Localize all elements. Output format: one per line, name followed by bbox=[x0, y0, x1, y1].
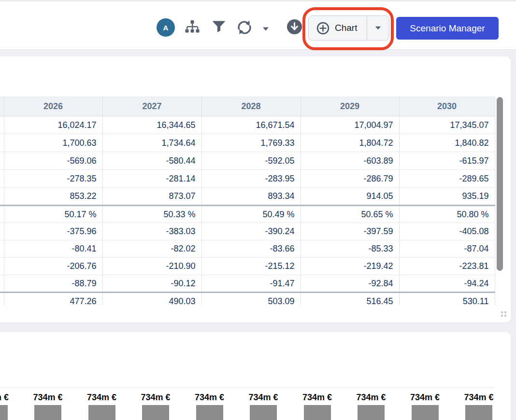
bar-group: 734m € bbox=[342, 392, 400, 420]
table-cell[interactable]: -283.95 bbox=[201, 170, 301, 188]
table-cell[interactable]: -397.59 bbox=[301, 223, 399, 240]
table-cell[interactable]: 16,344.65 bbox=[102, 116, 201, 134]
bar-group: 734m € bbox=[234, 392, 292, 420]
table-cell[interactable]: 935.19 bbox=[399, 188, 495, 206]
table-cell[interactable]: 477.26 bbox=[4, 293, 102, 306]
table-cell[interactable]: -592.05 bbox=[201, 152, 301, 170]
table-row: 477.26490.03503.09516.45530.11 bbox=[0, 293, 495, 306]
table-cell[interactable]: -375.96 bbox=[4, 223, 102, 240]
refresh-icon[interactable] bbox=[235, 19, 254, 38]
table-cell[interactable]: -215.12 bbox=[201, 258, 301, 275]
table-cell[interactable]: 1,804.72 bbox=[301, 134, 399, 152]
scenario-manager-label: Scenario Manager bbox=[410, 23, 485, 34]
table-cell[interactable]: 853.22 bbox=[4, 188, 102, 206]
table-card: 20262027202820292030 16,024.1716,344.651… bbox=[0, 56, 511, 322]
chart-button[interactable]: Chart bbox=[308, 15, 389, 41]
table-cell[interactable]: -281.14 bbox=[102, 170, 201, 188]
scenario-manager-button[interactable]: Scenario Manager bbox=[396, 17, 499, 40]
table-row: 50.17 %50.33 %50.49 %50.65 %50.80 % bbox=[0, 206, 495, 223]
table-cell[interactable]: -223.81 bbox=[399, 258, 495, 275]
download-icon[interactable] bbox=[287, 19, 302, 37]
table-cell[interactable]: -94.24 bbox=[399, 275, 495, 293]
table-cell[interactable]: -92.84 bbox=[301, 275, 399, 293]
bar-value-label: 734m € bbox=[464, 392, 493, 403]
table-cell[interactable]: 16,671.54 bbox=[201, 116, 301, 134]
avatar[interactable]: A bbox=[157, 18, 175, 37]
table-cell[interactable]: -615.97 bbox=[399, 152, 495, 170]
bar-group: 734m € bbox=[19, 392, 77, 420]
table-cell[interactable]: -569.06 bbox=[4, 152, 102, 170]
table-cell[interactable]: -390.24 bbox=[201, 223, 301, 240]
bar bbox=[358, 405, 385, 420]
table-cell[interactable]: -85.33 bbox=[301, 240, 399, 258]
table-cell[interactable]: -219.42 bbox=[301, 258, 399, 275]
table-row: -375.96-383.03-390.24-397.59-405.08 bbox=[0, 223, 495, 240]
table-cell[interactable]: -91.47 bbox=[201, 275, 301, 293]
table-cell[interactable]: 50.17 % bbox=[4, 206, 102, 223]
bar-value-label: 734m € bbox=[87, 392, 116, 403]
chart-button-main[interactable]: Chart bbox=[309, 16, 367, 40]
year-column-header[interactable]: 2029 bbox=[301, 97, 399, 116]
table-cell[interactable]: -87.04 bbox=[399, 240, 495, 258]
table-cell[interactable]: 893.34 bbox=[201, 188, 301, 206]
table-cell[interactable]: -278.35 bbox=[4, 170, 102, 188]
table-cell[interactable]: 50.33 % bbox=[102, 206, 201, 223]
table-cell[interactable]: 1,734.64 bbox=[102, 134, 201, 152]
year-column-header[interactable]: 2028 bbox=[201, 97, 301, 116]
filter-icon[interactable] bbox=[212, 19, 226, 35]
year-column-header[interactable]: 2030 bbox=[399, 97, 495, 116]
bar-group: 734m € bbox=[73, 392, 131, 420]
bar-group: 734m € bbox=[127, 392, 185, 420]
table-cell[interactable]: -83.66 bbox=[201, 240, 301, 258]
table-cell[interactable]: 1,700.63 bbox=[4, 134, 102, 152]
bar-group: 734m € bbox=[450, 392, 508, 420]
sitemap-icon[interactable] bbox=[185, 19, 200, 36]
table-cell[interactable]: -88.79 bbox=[4, 275, 102, 293]
table-cell[interactable]: 516.45 bbox=[301, 293, 399, 306]
refresh-dropdown-caret-icon[interactable] bbox=[262, 25, 270, 33]
chart-dropdown-button[interactable] bbox=[367, 16, 389, 40]
table-cell[interactable]: 50.49 % bbox=[201, 206, 301, 223]
table-cell[interactable]: -80.41 bbox=[4, 240, 102, 258]
table-cell[interactable]: -580.44 bbox=[102, 152, 201, 170]
frozen-column-sliver bbox=[0, 97, 4, 116]
year-column-header[interactable]: 2026 bbox=[4, 97, 102, 116]
year-column-header[interactable]: 2027 bbox=[102, 97, 201, 116]
table-cell[interactable]: -405.08 bbox=[399, 223, 495, 240]
table-cell[interactable]: 873.07 bbox=[102, 188, 201, 206]
table-cell[interactable]: 1,840.82 bbox=[399, 134, 495, 152]
table-cell[interactable]: 17,345.07 bbox=[399, 116, 495, 134]
table-cell[interactable]: 16,024.17 bbox=[4, 116, 102, 134]
frozen-column-sliver bbox=[0, 134, 4, 152]
table-cell[interactable]: 50.65 % bbox=[301, 206, 399, 223]
table-viewport: 20262027202820292030 16,024.1716,344.651… bbox=[0, 97, 496, 306]
table-cell[interactable]: 17,004.97 bbox=[301, 116, 399, 134]
bar-value-label: 734m € bbox=[248, 392, 278, 403]
table-cell[interactable]: 1,769.33 bbox=[201, 134, 301, 152]
table-cell[interactable]: 914.05 bbox=[301, 188, 399, 206]
table-cell[interactable]: -210.90 bbox=[102, 258, 201, 275]
card-resize-handle[interactable] bbox=[501, 311, 507, 317]
table-cell[interactable]: -82.02 bbox=[102, 240, 201, 258]
table-cell[interactable]: -289.65 bbox=[399, 170, 495, 188]
table-cell[interactable]: 490.03 bbox=[102, 293, 201, 306]
table-cell[interactable]: 530.11 bbox=[399, 293, 495, 306]
data-table: 20262027202820292030 16,024.1716,344.651… bbox=[0, 97, 495, 306]
frozen-column-sliver bbox=[0, 258, 4, 275]
table-cell[interactable]: 503.09 bbox=[201, 293, 301, 306]
frozen-column-sliver bbox=[0, 240, 4, 258]
frozen-column-sliver bbox=[0, 206, 4, 223]
table-vertical-scrollbar[interactable] bbox=[497, 97, 503, 271]
bar-value-label: 734m € bbox=[302, 392, 332, 403]
bar-group: 734m € bbox=[181, 392, 239, 420]
table-cell[interactable]: 50.80 % bbox=[399, 206, 495, 223]
table-cell[interactable]: -206.76 bbox=[4, 258, 102, 275]
table-cell[interactable]: -603.89 bbox=[301, 152, 399, 170]
table-cell[interactable]: -90.12 bbox=[102, 275, 201, 293]
chart-gridline bbox=[0, 387, 494, 388]
table-cell[interactable]: -383.03 bbox=[102, 223, 201, 240]
table-row: -569.06-580.44-592.05-603.89-615.97 bbox=[0, 152, 495, 170]
table-cell[interactable]: -286.79 bbox=[301, 170, 399, 188]
bar bbox=[34, 405, 61, 420]
bar bbox=[196, 405, 223, 420]
